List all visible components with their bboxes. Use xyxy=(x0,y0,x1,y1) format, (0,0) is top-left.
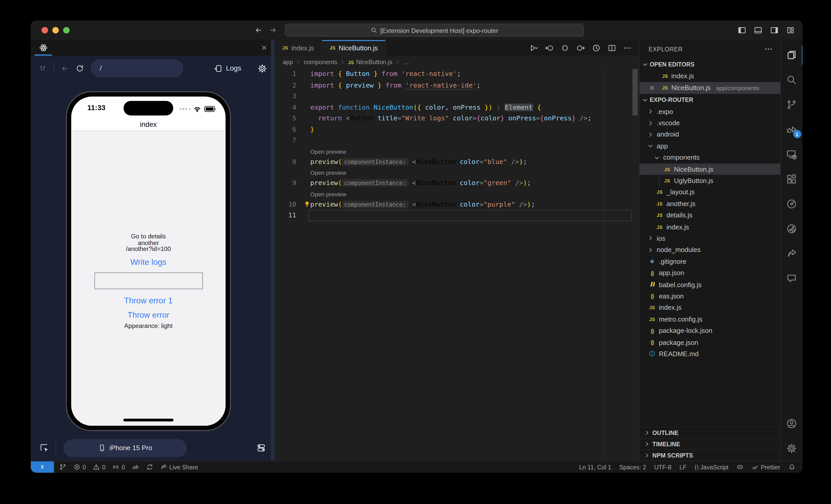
run-or-debug-button[interactable] xyxy=(529,43,538,52)
step-forward-button[interactable] xyxy=(576,43,585,52)
lightbulb-icon[interactable] xyxy=(303,200,311,208)
tab-nicebutton-js[interactable]: JS NiceButton.js xyxy=(322,40,386,56)
activity-search[interactable] xyxy=(780,67,802,92)
tree-item-app[interactable]: app xyxy=(639,140,780,152)
toggle-primary-sidebar-icon[interactable] xyxy=(738,26,746,35)
section-npm-scripts[interactable]: NPM SCRIPTS xyxy=(639,449,780,461)
url-bar[interactable]: / xyxy=(91,59,183,77)
nav-back-icon[interactable] xyxy=(60,64,69,72)
status-live-share-status[interactable]: Live Share xyxy=(160,464,198,470)
code-line[interactable]: 1import { Button } from 'react-native'; xyxy=(275,68,639,80)
breadcrumb-item[interactable]: JSNiceButton.js xyxy=(348,59,393,65)
step-back-button[interactable] xyxy=(545,43,554,52)
breadcrumb-item[interactable]: app xyxy=(283,59,293,65)
close-panel-icon[interactable] xyxy=(261,44,268,51)
tree-item--expo[interactable]: .expo xyxy=(639,106,780,117)
activity-gitlens[interactable] xyxy=(780,216,802,241)
history-back-icon[interactable] xyxy=(254,26,263,35)
code-line[interactable]: 3 xyxy=(275,91,639,101)
split-editor-button[interactable] xyxy=(608,43,617,52)
go-to-details-link[interactable]: Go to details xyxy=(131,234,166,240)
tree-item-index-js[interactable]: JSindex.js xyxy=(639,221,780,233)
tab-radon-ide[interactable] xyxy=(31,40,56,56)
activity-run-and-debug[interactable]: 1 xyxy=(780,117,802,142)
close-editor-icon[interactable] xyxy=(649,85,655,91)
breadcrumb-item[interactable]: components xyxy=(304,59,337,65)
open-editors-section-header[interactable]: OPEN EDITORS xyxy=(639,58,780,70)
section-timeline[interactable]: TIMELINE xyxy=(639,438,780,449)
activity-accounts[interactable] xyxy=(780,411,802,436)
code-line[interactable]: 2import { preview } from 'react-native-i… xyxy=(275,80,639,91)
another-link[interactable]: another xyxy=(138,240,159,246)
tree-item-app-json[interactable]: {}app.json xyxy=(639,267,780,279)
code-line[interactable]: 9preview(componentInstance: <NiceButton … xyxy=(275,178,639,188)
activity-settings[interactable] xyxy=(780,436,802,461)
activity-source-control[interactable] xyxy=(780,92,802,117)
activity-extensions[interactable] xyxy=(780,167,802,192)
tree-item-package-json[interactable]: {}package.json xyxy=(639,337,780,348)
tree-item-readme-md[interactable]: README.md xyxy=(639,348,780,360)
tree-item-node-modules[interactable]: node_modules xyxy=(639,244,780,256)
tree-item-components[interactable]: components xyxy=(639,152,780,164)
section-outline[interactable]: OUTLINE xyxy=(639,427,780,438)
codelens-open-preview[interactable]: Open preview xyxy=(275,167,639,178)
tab-index-js[interactable]: JS index.js xyxy=(275,40,322,56)
open-editor-item[interactable]: JSNiceButton.jsapp/components xyxy=(639,82,780,94)
tree-item-index-js[interactable]: JSindex.js xyxy=(639,302,780,314)
code-line[interactable]: 8preview(componentInstance: <NiceButton … xyxy=(275,156,639,167)
tree-item-babel-config-js[interactable]: Bbabel.config.js xyxy=(639,279,780,291)
code-line[interactable]: 7 xyxy=(275,135,639,146)
codelens-open-preview[interactable]: Open preview xyxy=(275,146,639,156)
status-encoding[interactable]: UTF-8 xyxy=(654,464,671,470)
tree-item-another-js[interactable]: JSanother.js xyxy=(639,198,780,210)
explorer-more-actions-icon[interactable] xyxy=(764,45,773,54)
code-line[interactable]: 4export function NiceButton({ color, onP… xyxy=(275,101,639,113)
history-forward-icon[interactable] xyxy=(269,26,278,35)
inspect-cursor-icon[interactable] xyxy=(39,443,49,453)
tree-item--layout-js[interactable]: JS_layout.js xyxy=(639,186,780,198)
timeline-button[interactable] xyxy=(592,43,601,52)
status-formatter-status[interactable]: Prettier xyxy=(752,464,780,470)
device-select-button[interactable]: iPhone 15 Pro xyxy=(64,439,187,456)
tree-item--vscode[interactable]: .vscode xyxy=(639,117,780,129)
status-language-mode[interactable]: { }JavaScript xyxy=(695,464,728,470)
minimize-window-button[interactable] xyxy=(52,27,59,33)
code-line[interactable]: 5 return <Button title="Write logs" colo… xyxy=(275,113,639,124)
open-editor-item[interactable]: JSindex.js xyxy=(639,70,780,82)
command-center-search[interactable]: [Extension Development Host] expo-router xyxy=(285,24,584,37)
reload-icon[interactable] xyxy=(76,64,84,72)
activity-remote-explorer[interactable] xyxy=(780,142,802,167)
activity-explorer[interactable] xyxy=(780,42,802,67)
toggle-panel-icon[interactable] xyxy=(754,26,763,35)
text-input[interactable] xyxy=(94,272,203,289)
status-debug-status[interactable] xyxy=(132,464,139,470)
code-line[interactable]: 10preview(componentInstance: <NiceButton… xyxy=(275,199,639,210)
write-logs-button[interactable]: Write logs xyxy=(131,257,166,267)
tree-item-eas-json[interactable]: {}eas.json xyxy=(639,291,780,302)
status-errors[interactable]: 0 xyxy=(74,464,86,470)
codelens-open-preview[interactable]: Open preview xyxy=(275,188,639,199)
activity-commit-graph[interactable] xyxy=(780,191,802,216)
status-cursor-position[interactable]: Ln 11, Col 1 xyxy=(579,464,611,470)
status-eol[interactable]: LF xyxy=(680,464,687,470)
another-id-link[interactable]: /another?id=100 xyxy=(126,246,171,252)
throw-error-1-button[interactable]: Throw error 1 xyxy=(124,295,173,305)
activity-live-share[interactable] xyxy=(780,241,802,266)
tree-item-android[interactable]: android xyxy=(639,129,780,140)
tree-item-ios[interactable]: ios xyxy=(639,233,780,244)
tree-item-details-js[interactable]: JSdetails.js xyxy=(639,210,780,221)
status-copilot-status[interactable] xyxy=(737,464,744,470)
iphone-screen[interactable]: 11:33 index Go to details another xyxy=(71,96,226,426)
code-area[interactable]: 1import { Button } from 'react-native';2… xyxy=(275,68,639,461)
tree-item-metro-config-js[interactable]: JSmetro.config.js xyxy=(639,314,780,325)
panel-scrollbar[interactable] xyxy=(271,40,275,461)
more-actions-button[interactable] xyxy=(623,43,632,52)
close-window-button[interactable] xyxy=(41,27,48,33)
tree-item-nicebutton-js[interactable]: JSNiceButton.js xyxy=(639,164,780,175)
zoom-window-button[interactable] xyxy=(63,27,69,33)
tree-item-package-lock-json[interactable]: {}package-lock.json xyxy=(639,325,780,337)
logs-button[interactable]: Logs xyxy=(213,64,241,72)
inspect-element-icon[interactable] xyxy=(38,64,47,72)
remote-indicator[interactable] xyxy=(31,462,54,473)
toggle-secondary-sidebar-icon[interactable] xyxy=(770,26,779,35)
